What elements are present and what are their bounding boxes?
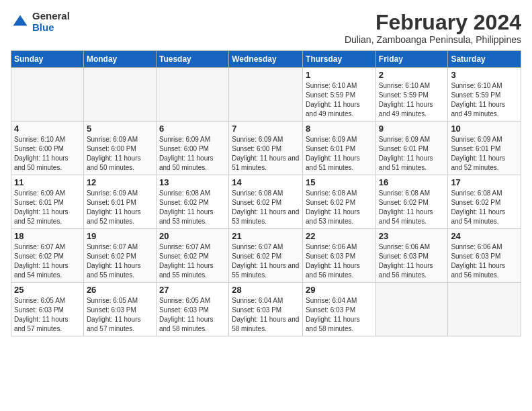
col-header-tuesday: Tuesday xyxy=(156,51,228,68)
day-cell: 7Sunrise: 6:09 AM Sunset: 6:00 PM Daylig… xyxy=(229,122,303,175)
day-info: Sunrise: 6:05 AM Sunset: 6:03 PM Dayligh… xyxy=(87,296,153,334)
day-cell: 28Sunrise: 6:04 AM Sunset: 6:03 PM Dayli… xyxy=(229,283,303,336)
day-info: Sunrise: 6:10 AM Sunset: 5:59 PM Dayligh… xyxy=(451,81,518,119)
day-cell: 15Sunrise: 6:08 AM Sunset: 6:02 PM Dayli… xyxy=(303,175,376,229)
day-number: 15 xyxy=(306,177,373,187)
week-row-5: 25Sunrise: 6:05 AM Sunset: 6:03 PM Dayli… xyxy=(11,283,521,336)
day-info: Sunrise: 6:08 AM Sunset: 6:02 PM Dayligh… xyxy=(306,189,373,226)
day-cell: 17Sunrise: 6:08 AM Sunset: 6:02 PM Dayli… xyxy=(448,175,521,229)
day-number: 21 xyxy=(232,231,300,241)
logo-blue: Blue xyxy=(32,22,70,34)
day-cell: 4Sunrise: 6:10 AM Sunset: 6:00 PM Daylig… xyxy=(11,122,84,175)
header-row: SundayMondayTuesdayWednesdayThursdayFrid… xyxy=(11,51,521,68)
day-cell: 25Sunrise: 6:05 AM Sunset: 6:03 PM Dayli… xyxy=(11,283,84,336)
day-number: 11 xyxy=(14,177,81,187)
day-info: Sunrise: 6:06 AM Sunset: 6:03 PM Dayligh… xyxy=(306,242,373,280)
logo-general: General xyxy=(32,11,70,22)
day-info: Sunrise: 6:09 AM Sunset: 6:01 PM Dayligh… xyxy=(379,135,445,173)
day-number: 13 xyxy=(159,177,226,187)
day-number: 18 xyxy=(14,231,81,241)
week-row-1: 1Sunrise: 6:10 AM Sunset: 5:59 PM Daylig… xyxy=(11,68,521,122)
day-info: Sunrise: 6:06 AM Sunset: 6:03 PM Dayligh… xyxy=(451,242,518,280)
day-cell: 27Sunrise: 6:05 AM Sunset: 6:03 PM Dayli… xyxy=(156,283,228,336)
day-cell: 24Sunrise: 6:06 AM Sunset: 6:03 PM Dayli… xyxy=(448,229,521,283)
day-cell: 22Sunrise: 6:06 AM Sunset: 6:03 PM Dayli… xyxy=(303,229,376,283)
week-row-3: 11Sunrise: 6:09 AM Sunset: 6:01 PM Dayli… xyxy=(11,175,521,229)
day-number: 14 xyxy=(232,177,300,187)
day-info: Sunrise: 6:10 AM Sunset: 6:00 PM Dayligh… xyxy=(14,135,81,173)
calendar-subtitle: Dulian, Zamboanga Peninsula, Philippines xyxy=(345,34,521,45)
day-number: 17 xyxy=(451,177,518,187)
day-number: 7 xyxy=(232,124,300,134)
day-cell: 1Sunrise: 6:10 AM Sunset: 5:59 PM Daylig… xyxy=(303,68,376,122)
day-cell: 13Sunrise: 6:08 AM Sunset: 6:02 PM Dayli… xyxy=(156,175,228,229)
day-cell xyxy=(11,68,84,122)
day-number: 3 xyxy=(451,70,518,80)
day-number: 28 xyxy=(232,285,300,295)
day-number: 29 xyxy=(306,285,373,295)
day-cell: 29Sunrise: 6:04 AM Sunset: 6:03 PM Dayli… xyxy=(303,283,376,336)
day-info: Sunrise: 6:10 AM Sunset: 5:59 PM Dayligh… xyxy=(306,81,373,119)
day-cell xyxy=(156,68,228,122)
week-row-4: 18Sunrise: 6:07 AM Sunset: 6:02 PM Dayli… xyxy=(11,229,521,283)
day-info: Sunrise: 6:08 AM Sunset: 6:02 PM Dayligh… xyxy=(379,189,445,226)
day-cell: 26Sunrise: 6:05 AM Sunset: 6:03 PM Dayli… xyxy=(83,283,156,336)
day-number: 19 xyxy=(87,231,153,241)
day-number: 25 xyxy=(14,285,81,295)
week-row-2: 4Sunrise: 6:10 AM Sunset: 6:00 PM Daylig… xyxy=(11,122,521,175)
day-number: 22 xyxy=(306,231,373,241)
day-info: Sunrise: 6:09 AM Sunset: 6:00 PM Dayligh… xyxy=(232,135,300,173)
day-info: Sunrise: 6:08 AM Sunset: 6:02 PM Dayligh… xyxy=(159,189,226,226)
day-cell: 14Sunrise: 6:08 AM Sunset: 6:02 PM Dayli… xyxy=(229,175,303,229)
day-number: 24 xyxy=(451,231,518,241)
day-cell: 20Sunrise: 6:07 AM Sunset: 6:02 PM Dayli… xyxy=(156,229,228,283)
day-info: Sunrise: 6:09 AM Sunset: 6:01 PM Dayligh… xyxy=(306,135,373,173)
col-header-friday: Friday xyxy=(375,51,448,68)
day-cell: 10Sunrise: 6:09 AM Sunset: 6:01 PM Dayli… xyxy=(448,122,521,175)
day-info: Sunrise: 6:07 AM Sunset: 6:02 PM Dayligh… xyxy=(87,242,153,280)
day-cell: 19Sunrise: 6:07 AM Sunset: 6:02 PM Dayli… xyxy=(83,229,156,283)
title-block: February 2024 Dulian, Zamboanga Peninsul… xyxy=(345,11,521,45)
day-info: Sunrise: 6:08 AM Sunset: 6:02 PM Dayligh… xyxy=(232,189,300,226)
day-info: Sunrise: 6:07 AM Sunset: 6:02 PM Dayligh… xyxy=(232,242,300,280)
day-number: 26 xyxy=(87,285,153,295)
day-info: Sunrise: 6:08 AM Sunset: 6:02 PM Dayligh… xyxy=(451,189,518,226)
col-header-wednesday: Wednesday xyxy=(229,51,303,68)
day-number: 23 xyxy=(379,231,445,241)
day-info: Sunrise: 6:06 AM Sunset: 6:03 PM Dayligh… xyxy=(379,242,445,280)
day-info: Sunrise: 6:07 AM Sunset: 6:02 PM Dayligh… xyxy=(159,242,226,280)
day-number: 9 xyxy=(379,124,445,134)
day-number: 8 xyxy=(306,124,373,134)
day-info: Sunrise: 6:04 AM Sunset: 6:03 PM Dayligh… xyxy=(232,296,300,334)
calendar-title: February 2024 xyxy=(345,11,521,34)
day-cell: 16Sunrise: 6:08 AM Sunset: 6:02 PM Dayli… xyxy=(375,175,448,229)
day-number: 10 xyxy=(451,124,518,134)
calendar-table: SundayMondayTuesdayWednesdayThursdayFrid… xyxy=(11,50,521,336)
day-cell: 8Sunrise: 6:09 AM Sunset: 6:01 PM Daylig… xyxy=(303,122,376,175)
day-number: 5 xyxy=(87,124,153,134)
day-cell: 23Sunrise: 6:06 AM Sunset: 6:03 PM Dayli… xyxy=(375,229,448,283)
day-number: 6 xyxy=(159,124,226,134)
day-number: 27 xyxy=(159,285,226,295)
day-cell xyxy=(229,68,303,122)
day-number: 16 xyxy=(379,177,445,187)
day-info: Sunrise: 6:10 AM Sunset: 5:59 PM Dayligh… xyxy=(379,81,445,119)
day-info: Sunrise: 6:09 AM Sunset: 6:00 PM Dayligh… xyxy=(159,135,226,173)
day-cell xyxy=(83,68,156,122)
day-number: 4 xyxy=(14,124,81,134)
day-number: 20 xyxy=(159,231,226,241)
col-header-thursday: Thursday xyxy=(303,51,376,68)
day-cell: 6Sunrise: 6:09 AM Sunset: 6:00 PM Daylig… xyxy=(156,122,228,175)
day-info: Sunrise: 6:05 AM Sunset: 6:03 PM Dayligh… xyxy=(159,296,226,334)
day-info: Sunrise: 6:09 AM Sunset: 6:00 PM Dayligh… xyxy=(87,135,153,173)
day-info: Sunrise: 6:04 AM Sunset: 6:03 PM Dayligh… xyxy=(306,296,373,334)
day-info: Sunrise: 6:07 AM Sunset: 6:02 PM Dayligh… xyxy=(14,242,81,280)
day-cell: 21Sunrise: 6:07 AM Sunset: 6:02 PM Dayli… xyxy=(229,229,303,283)
day-info: Sunrise: 6:05 AM Sunset: 6:03 PM Dayligh… xyxy=(14,296,81,334)
col-header-sunday: Sunday xyxy=(11,51,84,68)
day-cell: 9Sunrise: 6:09 AM Sunset: 6:01 PM Daylig… xyxy=(375,122,448,175)
day-info: Sunrise: 6:09 AM Sunset: 6:01 PM Dayligh… xyxy=(451,135,518,173)
col-header-saturday: Saturday xyxy=(448,51,521,68)
svg-marker-0 xyxy=(13,15,28,26)
day-cell: 18Sunrise: 6:07 AM Sunset: 6:02 PM Dayli… xyxy=(11,229,84,283)
